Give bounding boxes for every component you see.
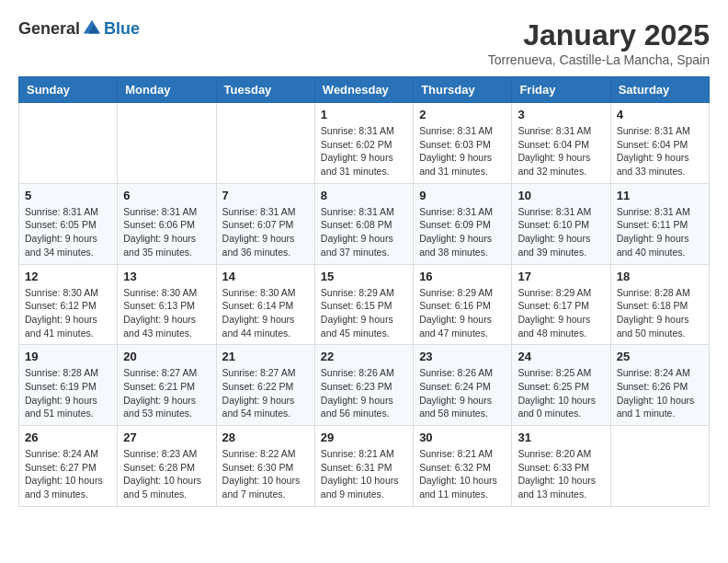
day-info: Sunrise: 8:29 AM Sunset: 6:15 PM Dayligh…	[321, 286, 407, 340]
calendar-cell: 5Sunrise: 8:31 AM Sunset: 6:05 PM Daylig…	[19, 183, 118, 264]
day-number: 27	[123, 431, 210, 444]
calendar-cell	[19, 103, 118, 184]
day-number: 2	[419, 108, 506, 121]
calendar-cell: 13Sunrise: 8:30 AM Sunset: 6:13 PM Dayli…	[118, 264, 216, 345]
calendar-cell: 17Sunrise: 8:29 AM Sunset: 6:17 PM Dayli…	[512, 264, 610, 345]
calendar-cell: 25Sunrise: 8:24 AM Sunset: 6:26 PM Dayli…	[610, 345, 709, 426]
calendar-cell: 4Sunrise: 8:31 AM Sunset: 6:04 PM Daylig…	[610, 103, 709, 184]
day-number: 24	[518, 350, 604, 363]
day-number: 18	[617, 270, 703, 283]
weekday-header-cell: Thursday	[414, 77, 512, 103]
calendar: SundayMondayTuesdayWednesdayThursdayFrid…	[18, 76, 710, 507]
calendar-cell: 21Sunrise: 8:27 AM Sunset: 6:22 PM Dayli…	[216, 345, 314, 426]
logo-text: General Blue	[18, 18, 140, 39]
day-number: 19	[25, 350, 111, 363]
calendar-cell	[610, 426, 709, 507]
day-info: Sunrise: 8:30 AM Sunset: 6:12 PM Dayligh…	[25, 286, 111, 340]
calendar-cell: 3Sunrise: 8:31 AM Sunset: 6:04 PM Daylig…	[512, 103, 610, 184]
day-number: 13	[123, 270, 210, 283]
calendar-body: 1Sunrise: 8:31 AM Sunset: 6:02 PM Daylig…	[19, 103, 710, 507]
month-title: January 2025	[488, 18, 710, 52]
day-info: Sunrise: 8:31 AM Sunset: 6:06 PM Dayligh…	[123, 205, 210, 259]
day-number: 29	[321, 431, 407, 444]
day-number: 26	[25, 431, 111, 444]
day-number: 25	[617, 350, 703, 363]
day-info: Sunrise: 8:24 AM Sunset: 6:26 PM Dayligh…	[617, 366, 703, 420]
calendar-cell: 30Sunrise: 8:21 AM Sunset: 6:32 PM Dayli…	[414, 426, 512, 507]
day-info: Sunrise: 8:30 AM Sunset: 6:14 PM Dayligh…	[222, 286, 309, 340]
day-number: 1	[321, 108, 407, 121]
calendar-cell: 11Sunrise: 8:31 AM Sunset: 6:11 PM Dayli…	[610, 183, 709, 264]
page: General Blue January 2025 Torrenueva, Ca…	[0, 0, 728, 525]
day-number: 12	[25, 270, 111, 283]
day-info: Sunrise: 8:31 AM Sunset: 6:05 PM Dayligh…	[25, 205, 111, 259]
subtitle: Torrenueva, Castille-La Mancha, Spain	[488, 52, 710, 67]
day-info: Sunrise: 8:31 AM Sunset: 6:10 PM Dayligh…	[518, 205, 604, 259]
day-number: 15	[321, 270, 407, 283]
weekday-header-cell: Saturday	[610, 77, 709, 103]
calendar-cell: 10Sunrise: 8:31 AM Sunset: 6:10 PM Dayli…	[512, 183, 610, 264]
weekday-header-cell: Wednesday	[314, 77, 413, 103]
day-info: Sunrise: 8:24 AM Sunset: 6:27 PM Dayligh…	[25, 447, 111, 501]
calendar-cell: 31Sunrise: 8:20 AM Sunset: 6:33 PM Dayli…	[512, 426, 610, 507]
calendar-cell: 22Sunrise: 8:26 AM Sunset: 6:23 PM Dayli…	[314, 345, 413, 426]
logo-blue: Blue	[104, 19, 140, 39]
calendar-cell: 8Sunrise: 8:31 AM Sunset: 6:08 PM Daylig…	[314, 183, 413, 264]
day-number: 9	[419, 189, 506, 202]
day-info: Sunrise: 8:21 AM Sunset: 6:32 PM Dayligh…	[419, 447, 506, 501]
calendar-cell: 1Sunrise: 8:31 AM Sunset: 6:02 PM Daylig…	[314, 103, 413, 184]
calendar-cell: 26Sunrise: 8:24 AM Sunset: 6:27 PM Dayli…	[19, 426, 118, 507]
calendar-week-row: 5Sunrise: 8:31 AM Sunset: 6:05 PM Daylig…	[19, 183, 710, 264]
calendar-cell: 27Sunrise: 8:23 AM Sunset: 6:28 PM Dayli…	[118, 426, 216, 507]
logo-icon	[82, 18, 102, 39]
day-info: Sunrise: 8:31 AM Sunset: 6:02 PM Dayligh…	[321, 124, 407, 178]
calendar-cell: 16Sunrise: 8:29 AM Sunset: 6:16 PM Dayli…	[414, 264, 512, 345]
calendar-cell: 6Sunrise: 8:31 AM Sunset: 6:06 PM Daylig…	[118, 183, 216, 264]
day-number: 21	[222, 350, 309, 363]
day-info: Sunrise: 8:31 AM Sunset: 6:09 PM Dayligh…	[419, 205, 506, 259]
calendar-cell: 12Sunrise: 8:30 AM Sunset: 6:12 PM Dayli…	[19, 264, 118, 345]
title-block: January 2025 Torrenueva, Castille-La Man…	[488, 18, 710, 67]
day-info: Sunrise: 8:31 AM Sunset: 6:03 PM Dayligh…	[419, 124, 506, 178]
weekday-header-cell: Tuesday	[216, 77, 314, 103]
day-info: Sunrise: 8:30 AM Sunset: 6:13 PM Dayligh…	[123, 286, 210, 340]
header: General Blue January 2025 Torrenueva, Ca…	[18, 18, 710, 67]
day-number: 30	[419, 431, 506, 444]
calendar-cell: 7Sunrise: 8:31 AM Sunset: 6:07 PM Daylig…	[216, 183, 314, 264]
calendar-cell: 29Sunrise: 8:21 AM Sunset: 6:31 PM Dayli…	[314, 426, 413, 507]
day-info: Sunrise: 8:22 AM Sunset: 6:30 PM Dayligh…	[222, 447, 309, 501]
day-info: Sunrise: 8:31 AM Sunset: 6:04 PM Dayligh…	[617, 124, 703, 178]
day-info: Sunrise: 8:27 AM Sunset: 6:22 PM Dayligh…	[222, 366, 309, 420]
day-number: 5	[25, 189, 111, 202]
calendar-cell: 24Sunrise: 8:25 AM Sunset: 6:25 PM Dayli…	[512, 345, 610, 426]
day-number: 17	[518, 270, 604, 283]
day-number: 31	[518, 431, 604, 444]
calendar-cell: 15Sunrise: 8:29 AM Sunset: 6:15 PM Dayli…	[314, 264, 413, 345]
day-info: Sunrise: 8:23 AM Sunset: 6:28 PM Dayligh…	[123, 447, 210, 501]
day-number: 8	[321, 189, 407, 202]
day-number: 7	[222, 189, 309, 202]
day-info: Sunrise: 8:29 AM Sunset: 6:17 PM Dayligh…	[518, 286, 604, 340]
day-info: Sunrise: 8:31 AM Sunset: 6:04 PM Dayligh…	[518, 124, 604, 178]
calendar-cell: 18Sunrise: 8:28 AM Sunset: 6:18 PM Dayli…	[610, 264, 709, 345]
day-number: 14	[222, 270, 309, 283]
weekday-header-row: SundayMondayTuesdayWednesdayThursdayFrid…	[19, 77, 710, 103]
day-number: 11	[617, 189, 703, 202]
day-info: Sunrise: 8:25 AM Sunset: 6:25 PM Dayligh…	[518, 366, 604, 420]
day-info: Sunrise: 8:31 AM Sunset: 6:11 PM Dayligh…	[617, 205, 703, 259]
day-number: 28	[222, 431, 309, 444]
calendar-week-row: 1Sunrise: 8:31 AM Sunset: 6:02 PM Daylig…	[19, 103, 710, 184]
day-info: Sunrise: 8:26 AM Sunset: 6:24 PM Dayligh…	[419, 366, 506, 420]
day-info: Sunrise: 8:28 AM Sunset: 6:18 PM Dayligh…	[617, 286, 703, 340]
calendar-cell: 28Sunrise: 8:22 AM Sunset: 6:30 PM Dayli…	[216, 426, 314, 507]
calendar-cell: 23Sunrise: 8:26 AM Sunset: 6:24 PM Dayli…	[414, 345, 512, 426]
day-info: Sunrise: 8:27 AM Sunset: 6:21 PM Dayligh…	[123, 366, 210, 420]
day-number: 3	[518, 108, 604, 121]
day-number: 22	[321, 350, 407, 363]
calendar-cell: 14Sunrise: 8:30 AM Sunset: 6:14 PM Dayli…	[216, 264, 314, 345]
calendar-week-row: 26Sunrise: 8:24 AM Sunset: 6:27 PM Dayli…	[19, 426, 710, 507]
logo-general: General	[18, 19, 80, 39]
calendar-week-row: 19Sunrise: 8:28 AM Sunset: 6:19 PM Dayli…	[19, 345, 710, 426]
day-number: 20	[123, 350, 210, 363]
calendar-week-row: 12Sunrise: 8:30 AM Sunset: 6:12 PM Dayli…	[19, 264, 710, 345]
